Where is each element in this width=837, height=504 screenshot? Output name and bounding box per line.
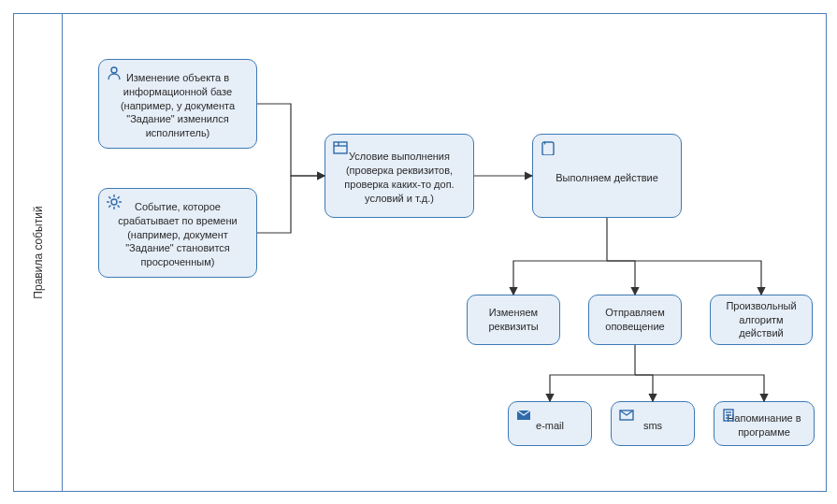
mail-filled-icon xyxy=(516,408,531,423)
svg-point-0 xyxy=(111,67,117,73)
node-email[interactable]: e-mail xyxy=(508,401,592,446)
node-change-object[interactable]: Изменение объекта в информационной базе … xyxy=(98,59,257,149)
svg-line-6 xyxy=(108,196,110,198)
svg-line-8 xyxy=(108,206,110,208)
svg-point-1 xyxy=(111,199,117,205)
svg-line-7 xyxy=(118,206,120,208)
node-condition[interactable]: Условие выполнения (проверка реквизитов,… xyxy=(325,134,474,218)
node-label: Отправляем оповещение xyxy=(599,306,671,334)
node-timed-event[interactable]: Событие, которое срабатывает по времени … xyxy=(98,188,257,278)
mail-outline-icon xyxy=(619,408,634,423)
script-icon xyxy=(541,140,556,155)
node-action[interactable]: Выполняем действие xyxy=(532,134,682,218)
node-label: Изменяем реквизиты xyxy=(477,306,550,334)
form-icon xyxy=(333,140,348,155)
lane-title: Правила событий xyxy=(32,206,45,298)
gear-icon xyxy=(107,194,122,209)
node-custom-algorithm[interactable]: Произвольный алгоритм действий xyxy=(710,295,813,345)
note-icon xyxy=(722,408,737,423)
node-label: Событие, которое срабатывает по времени … xyxy=(108,200,247,269)
svg-rect-10 xyxy=(334,142,347,153)
node-change-requisites[interactable]: Изменяем реквизиты xyxy=(467,295,560,345)
swimlane-header: Правила событий xyxy=(14,14,63,491)
node-label: Выполняем действие xyxy=(542,171,671,185)
node-label: Произвольный алгоритм действий xyxy=(720,299,802,341)
node-label: Изменение объекта в информационной базе … xyxy=(108,71,247,140)
node-reminder[interactable]: Напоминание в программе xyxy=(714,401,815,446)
node-send-notification[interactable]: Отправляем оповещение xyxy=(588,295,682,345)
node-label: Условие выполнения (проверка реквизитов,… xyxy=(335,150,464,205)
node-sms[interactable]: sms xyxy=(611,401,695,446)
person-icon xyxy=(107,65,122,80)
svg-line-9 xyxy=(118,196,120,198)
diagram-canvas: Правила событий Изменение объекта в инфо… xyxy=(13,13,827,492)
